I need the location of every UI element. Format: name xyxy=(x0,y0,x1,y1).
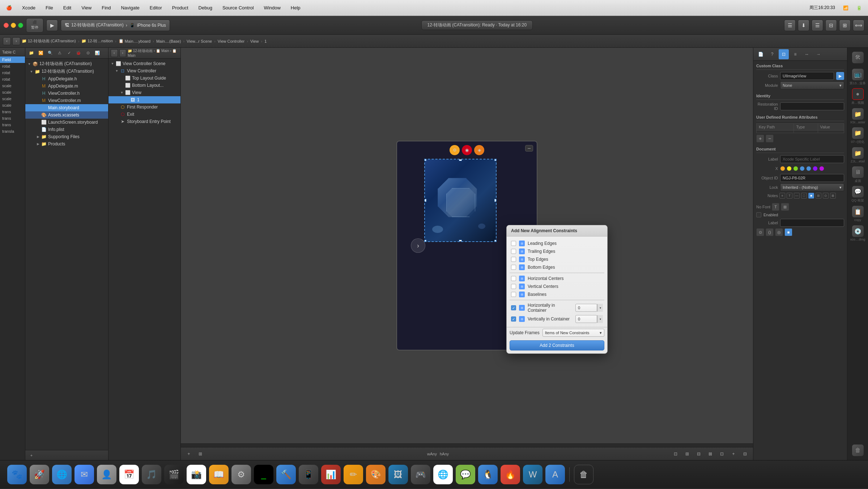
zoom-out-btn[interactable]: ⊟ xyxy=(741,450,749,458)
identity-inspector-btn[interactable]: ⊡ xyxy=(779,49,789,59)
add-constraints-button[interactable]: Add 2 Constraints xyxy=(510,340,604,350)
tree-assets[interactable]: 🎨 Assets.xcassets xyxy=(25,111,108,119)
tree-viewcontroller-h[interactable]: H ViewController.h xyxy=(25,90,108,97)
dock-qq[interactable]: 🐧 xyxy=(478,465,498,484)
color-dot-3[interactable] xyxy=(793,166,798,171)
module-select[interactable]: None ▾ xyxy=(780,81,844,89)
shape-btn-4[interactable]: ■ xyxy=(784,228,792,236)
breadcrumb-item-1[interactable]: 📁 12-转场动画 (CATransition) xyxy=(22,38,76,44)
storyboard-back[interactable]: ‹ xyxy=(111,49,118,57)
far-right-trash[interactable]: 🗑 xyxy=(849,441,867,459)
dock-trash[interactable]: 🗑 xyxy=(574,465,593,484)
class-info-btn[interactable]: ▶ xyxy=(836,72,844,80)
canvas-scrollbar[interactable] xyxy=(181,443,753,447)
dock-ai[interactable]: 🎨 xyxy=(366,465,386,484)
nav-break-btn[interactable]: ⊙ xyxy=(84,50,92,57)
color-dot-5[interactable] xyxy=(806,166,811,171)
file-inspector-btn[interactable]: 📄 xyxy=(756,49,766,59)
tree-appdelegate-h[interactable]: H AppDelegate.h xyxy=(25,75,108,82)
nav-warn-btn[interactable]: ⚠ xyxy=(56,50,64,57)
dock-music[interactable]: 🎵 xyxy=(142,465,161,484)
table-item-10[interactable]: trans xyxy=(0,122,25,128)
color-dot-7[interactable] xyxy=(819,166,824,171)
checkbox-hcenter[interactable] xyxy=(511,276,516,281)
scheme-selector[interactable]: 🏗 12-转场动画 (CATransition) › 📱 iPhone 6s P… xyxy=(61,20,170,31)
far-right-item-4[interactable]: 📁 XSI...aster xyxy=(849,107,867,125)
checkbox-baselines[interactable] xyxy=(511,292,516,297)
breadcrumb-storyboard[interactable]: 📋 Main….yboard xyxy=(119,39,151,43)
table-item-11[interactable]: transla xyxy=(0,128,25,135)
menu-edit[interactable]: Edit xyxy=(61,4,73,11)
shape-btn-1[interactable]: ⊙ xyxy=(756,228,764,236)
breadcrumb-base[interactable]: Main....(Base) xyxy=(156,39,181,43)
table-item-3[interactable]: rotat xyxy=(0,76,25,82)
editor-version[interactable]: ⟺ xyxy=(853,20,864,31)
forward-button[interactable]: › xyxy=(12,37,20,45)
layout-btn-1[interactable]: ⊡ xyxy=(671,450,680,458)
dock-terminal[interactable]: _ xyxy=(254,465,273,484)
restoration-field[interactable] xyxy=(780,102,844,110)
stop-button[interactable]: ⬛ 暂停 xyxy=(26,18,43,33)
far-right-item-2[interactable]: 📺 第13...业务 xyxy=(849,68,867,86)
add-element-btn[interactable]: + xyxy=(184,450,193,458)
dock-finder[interactable]: 🐾 xyxy=(7,465,27,484)
vcontainer-dropdown[interactable]: ▾ xyxy=(597,315,603,323)
nav-debug-btn[interactable]: 🐞 xyxy=(75,50,82,57)
dock-appstore[interactable]: A xyxy=(545,465,565,484)
storyboard-entry[interactable]: ➤ Storyboard Entry Point xyxy=(109,118,180,125)
tree-info-plist[interactable]: 📄 Info.plist xyxy=(25,126,108,133)
note-icon-1[interactable]: ≡ xyxy=(779,193,785,199)
layout-btn-5[interactable]: ⊡ xyxy=(718,450,726,458)
dock-chrome[interactable]: 🌐 xyxy=(433,465,453,484)
tree-appdelegate-m[interactable]: M AppDelegate.m xyxy=(25,82,108,90)
note-icon-7[interactable]: ⊙ xyxy=(823,193,829,199)
far-right-item-7[interactable]: 🖥 桌面 xyxy=(849,166,867,184)
checkbox-trailing[interactable] xyxy=(511,249,516,254)
dock-calendar[interactable]: 📅 xyxy=(119,465,139,484)
checkbox-leading[interactable] xyxy=(511,241,516,246)
handle-bl[interactable] xyxy=(424,240,426,242)
navigator-toggle[interactable]: ☰ xyxy=(784,20,796,31)
quick-help-btn[interactable]: ? xyxy=(767,49,777,59)
storyboard-top-layout[interactable]: ⬜ Top Layout Guide xyxy=(109,75,180,82)
hcontainer-dropdown[interactable]: ▾ xyxy=(597,304,603,312)
hcontainer-value[interactable]: 0 xyxy=(575,304,597,312)
far-right-item-8[interactable]: 💬 QQ 框架 xyxy=(849,185,867,203)
nav-search-btn[interactable]: 🔍 xyxy=(46,50,54,57)
storyboard-bottom-layout[interactable]: ⬜ Bottom Layout... xyxy=(109,82,180,89)
table-item-2[interactable]: rotat xyxy=(0,69,25,76)
menu-window[interactable]: Window xyxy=(262,4,282,11)
dock-weibo[interactable]: 🔥 xyxy=(501,465,520,484)
handle-bc[interactable] xyxy=(459,240,462,242)
storyboard-vc-scene[interactable]: ▼ ⬜ View Controller Scene xyxy=(109,60,180,67)
dock-launchpad[interactable]: 🚀 xyxy=(30,465,49,484)
note-icon-3[interactable]: — xyxy=(794,193,800,199)
dock-simulator[interactable]: 📱 xyxy=(299,465,318,484)
zoom-in-btn[interactable]: + xyxy=(729,450,738,458)
dock-xcode[interactable]: 🔨 xyxy=(276,465,296,484)
back-button[interactable]: ‹ xyxy=(3,37,11,45)
class-field[interactable]: UIImageView xyxy=(780,72,834,80)
tree-viewcontroller-m[interactable]: M ViewController.m xyxy=(25,97,108,104)
dock-contacts[interactable]: 👤 xyxy=(97,465,116,484)
nav-folder-btn[interactable]: 📁 xyxy=(27,50,35,57)
table-item-5[interactable]: scale xyxy=(0,89,25,95)
font-picker-btn[interactable]: T xyxy=(772,203,779,211)
menu-source-control[interactable]: Source Control xyxy=(221,4,256,11)
storyboard-first-responder[interactable]: ⬡ First Responder xyxy=(109,103,180,111)
dock-word[interactable]: W xyxy=(523,465,542,484)
menu-help[interactable]: Help xyxy=(289,4,302,11)
tree-main-storyboard[interactable]: ◧ Main.storyboard xyxy=(25,104,108,111)
nav-test-btn[interactable]: ✓ xyxy=(65,50,73,57)
dock-system-prefs[interactable]: ⚙ xyxy=(231,465,251,484)
handle-tr[interactable] xyxy=(494,159,497,161)
handle-tl[interactable] xyxy=(424,159,426,161)
menu-product[interactable]: Product xyxy=(170,4,190,11)
size-inspector-btn[interactable]: ↔ xyxy=(802,49,812,59)
image-view-element[interactable] xyxy=(424,159,497,242)
menu-find[interactable]: Find xyxy=(100,4,112,11)
close-button[interactable] xyxy=(4,23,9,28)
table-item-4[interactable]: scale xyxy=(0,82,25,89)
note-icon-4[interactable]: □ xyxy=(801,193,807,199)
table-item-7[interactable]: scale xyxy=(0,102,25,109)
